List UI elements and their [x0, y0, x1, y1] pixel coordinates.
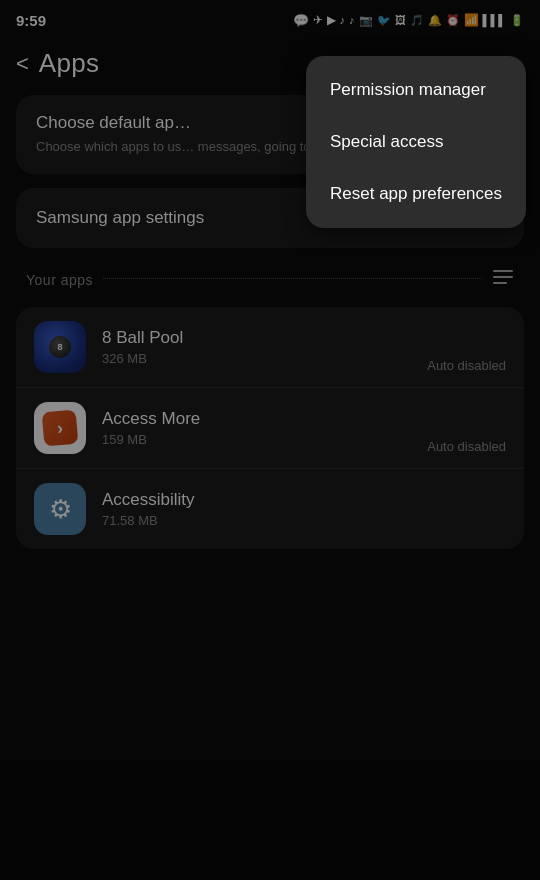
dropdown-menu: Permission manager Special access Reset … — [306, 56, 526, 228]
dropdown-item-special-access[interactable]: Special access — [306, 116, 526, 168]
dropdown-item-reset-app-preferences[interactable]: Reset app preferences — [306, 168, 526, 220]
dropdown-item-permission-manager[interactable]: Permission manager — [306, 64, 526, 116]
